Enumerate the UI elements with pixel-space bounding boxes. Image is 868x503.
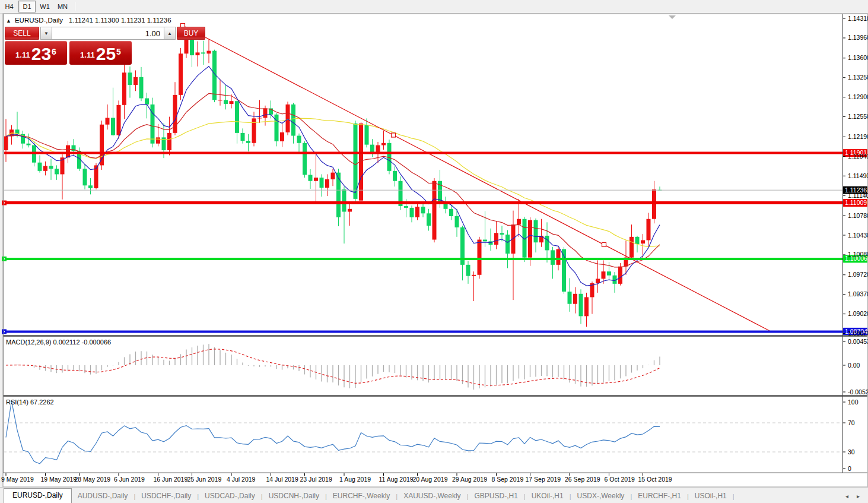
candle-body [370,145,374,153]
chart-tab-xauusd-weekly[interactable]: XAUUSD-,Weekly [398,489,466,503]
chart-tab-gbpusd-h1[interactable]: GBPUSD-,H1 [468,489,523,503]
chart-window-frame [3,14,867,487]
candle-body [207,51,211,54]
pane-separator[interactable] [3,395,867,397]
price-tick-label: 1.11840 [848,153,868,160]
tab-separator: | [733,493,735,503]
candle-body [156,137,160,143]
price-tick-label: 1.08670 [848,330,868,337]
candle-body [246,141,250,143]
sell-price-big: 23 [31,45,51,63]
candle-body [230,101,234,104]
price-tick-label: 1.10430 [848,232,868,239]
chart-tab-usdcnh-daily[interactable]: USDCNH-,Daily [263,489,325,503]
candle-body [133,77,138,85]
candle-body [415,207,419,217]
price-tick-label: 1.12900 [848,93,868,100]
candle-body [500,233,504,235]
volume-stepper: ▼ ▲ [40,27,176,40]
price-tick-label: 1.12190 [848,133,868,140]
candle-body [455,216,459,227]
date-tick-label: 4 Jul 2019 [227,476,256,483]
price-tick-label: 1.10780 [848,212,868,219]
price-tick-label: 1.14310 [848,15,868,22]
price-tick-label: 1.11490 [848,172,868,179]
chart-tab-eurchf-weekly[interactable]: EURCHF-,Weekly [327,489,396,503]
date-tick-label: 1 Aug 2019 [339,476,371,483]
candle-body [635,237,640,244]
chart-tab-eurusd-daily[interactable]: EURUSD-,Daily [4,488,72,503]
candle-body [145,99,149,105]
candle-body [139,77,144,99]
date-tick-label: 23 Jul 2019 [300,476,332,483]
candle-body [88,185,93,188]
candle-body [179,53,183,95]
candle-body [309,175,313,181]
chart-canvas[interactable]: 1.119011.110091.100061.087041.112361.143… [0,0,868,503]
chart-tab-usoil-h1[interactable]: USOil-,H1 [689,489,733,503]
date-tick-label: 9 May 2019 [1,476,34,483]
candle-body [641,240,645,243]
trendline-handle[interactable] [602,243,606,247]
candle-body [336,173,341,217]
candle-body [557,249,561,265]
mt4-window: H4D1W1MN 1.119011.110091.100061.087041.1… [0,0,868,503]
chart-tabs: EURUSD-,DailyAUDUSD-,Daily|USDCHF-,Daily… [0,488,735,503]
price-tick-label: 1.09370 [848,290,868,298]
candle-body [393,171,397,181]
candle-body [55,169,59,174]
date-tick-label: 6 Jun 2019 [114,476,145,483]
date-tick-label: 19 May 2019 [41,476,77,483]
candle-body [235,101,239,133]
candle-body [551,250,555,264]
sell-button[interactable]: SELL [5,27,39,40]
candle-body [629,237,634,258]
candle-body [494,233,498,245]
candle-body [196,52,200,55]
candle-body [348,209,352,212]
chart-tab-eurchf-h1[interactable]: EURCHF-,H1 [632,489,687,503]
volume-decrease-button[interactable]: ▼ [40,27,52,40]
trendline-handle[interactable] [392,133,396,137]
indicator-tick-label: 100 [848,398,859,406]
candle-body [257,118,262,118]
date-tick-label: 15 Oct 2019 [638,476,672,483]
candle-body [545,236,549,250]
chart-tab-ukoil-h1[interactable]: UKOil-,H1 [526,489,570,503]
price-tick-label: 1.10080 [848,251,868,258]
candle-body [291,105,295,136]
pane-separator[interactable] [3,335,867,337]
candle-body [449,209,453,216]
candle-body [263,108,268,118]
chart-tab-audusd-daily[interactable]: AUDUSD-,Daily [72,489,134,503]
candle-body [43,166,47,170]
candle-body [241,133,245,141]
candle-body [38,163,42,171]
chart-symbol-label: EURUSD-,Daily [15,17,63,24]
price-tick-label: 1.09720 [848,271,868,278]
candle-body [472,275,476,276]
candle-body [342,189,346,212]
buy-button[interactable]: BUY [177,27,205,40]
candle-body [579,294,583,317]
chart-tab-usdx-weekly[interactable]: USDX-,Weekly [571,489,631,503]
candle-body [66,145,70,158]
candle-body [314,178,318,181]
tab-scroll-right-icon[interactable]: ▸ [857,493,860,499]
buy-price-box[interactable]: 1.11255 [69,41,132,65]
candle-body [218,100,222,100]
candle-body [331,173,335,179]
date-tick-label: 28 May 2019 [75,476,111,483]
chart-ohlc-values: 1.11241 1.11300 1.11231 1.11236 [69,17,171,24]
candle-body [607,271,611,276]
candle-body [111,118,115,135]
sell-price-box[interactable]: 1.11236 [5,41,67,65]
volume-increase-button[interactable]: ▲ [164,27,176,40]
tab-scroll-left-icon[interactable]: ◂ [845,493,848,499]
date-tick-label: 26 Sep 2019 [565,476,600,483]
candle-body [325,179,329,188]
volume-input[interactable] [52,27,164,40]
collapse-panel-icon[interactable]: ▲ [6,18,11,24]
chart-tab-usdcad-daily[interactable]: USDCAD-,Daily [199,489,261,503]
chart-tab-usdchf-daily[interactable]: USDCHF-,Daily [135,489,197,503]
